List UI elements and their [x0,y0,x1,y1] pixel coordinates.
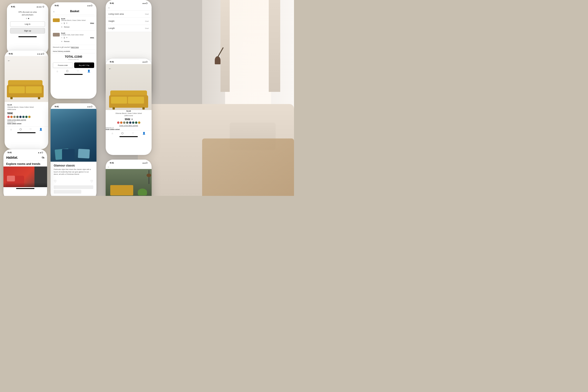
basket-icon[interactable]: 🛍 [42,156,44,159]
item1-desc: Ottoman Bench, Grass Cotton Velvet [61,20,94,21]
basket-back-icon[interactable]: ← [53,10,55,13]
basket-title: Basket [55,9,94,14]
wishlist-icon-right[interactable]: ♡ [90,179,93,183]
time-basket: 9:41 [55,4,59,7]
red-cushion-shape [7,176,15,182]
nav-shop[interactable]: ⬡ [66,70,68,72]
qty-value-2: 1 [64,36,65,39]
swatch-navy[interactable] [19,116,22,118]
swatch-lg-navy[interactable] [129,122,132,124]
basket-item-1: Scott Ottoman Bench, Grass Cotton Velvet… [50,16,96,30]
measure-value-2[interactable]: Start [145,20,149,22]
remove-btn-2[interactable]: Remove [64,41,69,42]
qty-minus-1[interactable]: − [61,22,62,24]
swatch-orange[interactable] [10,116,13,118]
swatch-lg-olive[interactable] [123,122,126,124]
sofa-lg-cushion-left [111,97,127,104]
sofa-lg-illustration [109,89,148,108]
notch [65,105,81,108]
nav-account[interactable]: 👤 [87,70,90,72]
sofa-leg-left [10,97,13,99]
swatch-lg-green[interactable] [126,122,128,124]
sample-link-lg[interactable]: Order a free fabric sample [106,125,152,126]
status-bar-glamour: 9:41 ▲▲⬡ [50,103,96,109]
product-price: 550£ [7,112,46,114]
item2-price: 990£ [90,37,94,39]
product-image: ← [4,56,48,102]
process-order-button[interactable]: Process order [53,62,73,68]
discount-section: Discount or gift voucher? Add it here [50,45,96,50]
swatch-lg-teal[interactable] [132,122,134,124]
qty-plus-1[interactable]: + [66,22,67,24]
delivery-text: Home Delivery available [53,50,70,52]
pay-label: Pay [86,64,89,66]
carousel-dots [10,18,45,19]
measure-value-3[interactable]: Start [145,27,149,30]
qty-plus-2[interactable]: + [66,36,67,39]
nav-shop[interactable]: ⬡ [121,132,124,135]
nav-wishlist[interactable]: ♡ [77,70,79,72]
remove-x-icon-2: ✕ [61,41,62,42]
measure-label-1: Living room area [108,13,124,15]
apple-pay-button[interactable]: Buy with  Pay [74,62,94,68]
qty-minus-2[interactable]: − [61,36,62,39]
wishlist-icon-left[interactable]: ♡ [54,179,57,183]
product-lg-brand: ZARA home [106,114,152,117]
nav-wishlist[interactable]: ♡ [132,132,134,135]
notch [65,4,81,7]
nav-shop[interactable]: ⬡ [20,128,22,131]
back-button[interactable]: ← [7,59,10,62]
nav-home[interactable]: ⌂ [112,132,113,134]
swatch-lg-gold[interactable] [138,122,140,124]
status-icons: ▲▲⬡ [38,152,43,154]
product-lg-price: 550£ [125,118,130,120]
sofa-cushion-right [26,86,42,93]
basket-header-row: ← Basket [50,8,96,16]
glamour-desc: Particular style that mixes the classic … [54,168,93,176]
swatch-lg-dark-green[interactable] [135,122,137,124]
product-name: Scott [7,104,46,106]
notch [120,60,136,64]
phone-glamour: 9:41 ▲▲⬡ Glamour classic Particular styl… [50,103,96,196]
material-label: Material (?) [7,121,46,123]
basket-item-1-info: Scott Ottoman Bench, Grass Cotton Velvet… [61,18,94,28]
remove-row-1: ✕ Remove [61,24,94,28]
status-bar-room: 9:41 ▲▲⬡ [106,160,152,165]
swatch-red[interactable] [7,116,10,118]
room-back-icon[interactable]: ← [108,166,110,168]
item2-desc: 3 Seater Sofa, Gold Cotton Velvet [61,34,94,36]
basket-action-buttons: Process order Buy with  Pay [50,62,96,68]
nav-account[interactable]: 👤 [39,128,42,131]
nav-home[interactable]: ⌂ [56,70,58,72]
measure-value-1[interactable]: Start [145,13,149,15]
nav-home[interactable]: ⌂ [10,128,12,131]
habitat-header: Habitat. 🛍 [4,155,47,161]
sample-link[interactable]: Order a free fabric sample [7,119,46,120]
swatch-green[interactable] [16,116,18,118]
nav-account[interactable]: 👤 [142,132,146,135]
remove-btn-1[interactable]: Remove [64,26,69,28]
glamour-title: Glamour classic [54,164,93,167]
signup-button[interactable]: Sign up [10,28,45,34]
swatch-lg-orange[interactable] [120,122,122,124]
swatch-lg-red[interactable] [117,122,120,124]
glamour-text: Glamour classic Particular style that mi… [50,162,96,178]
swatch-dark-green[interactable] [25,116,28,118]
home-indicator [16,188,34,189]
swatch-olive[interactable] [13,116,16,118]
nav-wishlist[interactable]: ♡ [30,128,32,131]
add-voucher-link[interactable]: Add it here [71,46,79,48]
measure-empty-area [106,32,152,60]
login-button[interactable]: Log in [10,21,45,27]
habitat-gradient [4,182,47,187]
measure-back-icon[interactable]: ← [108,6,110,9]
time-login: 9:41 [11,6,15,8]
total-section: TOTAL £1540 Product total only [50,53,96,62]
home-indicator [17,132,36,133]
swatch-gold[interactable] [28,116,30,118]
home-indicator [18,36,37,37]
back-button-lg[interactable]: ← [108,67,112,70]
swatch-teal[interactable] [22,116,24,118]
status-icons: ▲▲⬡ [87,4,92,7]
delivery-section: Home Delivery available [50,50,96,53]
